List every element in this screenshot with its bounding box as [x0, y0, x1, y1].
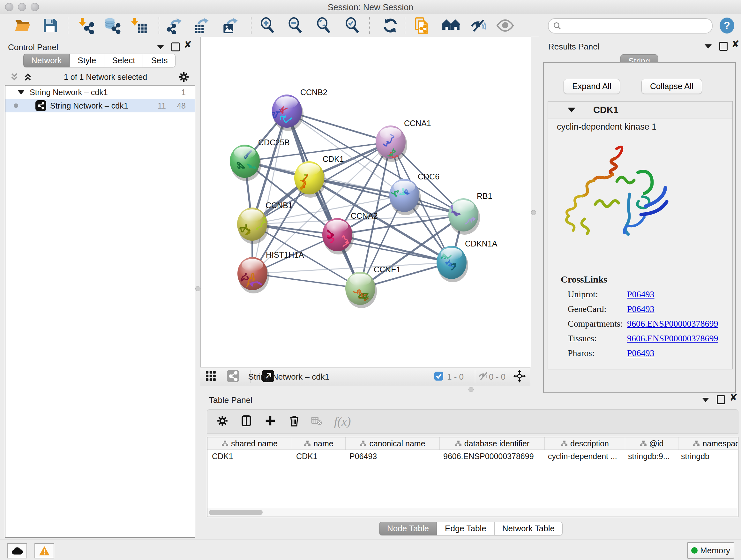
table-cell[interactable]: CDK1 [207, 450, 292, 462]
tab-network-table[interactable]: Network Table [494, 522, 562, 536]
open-session-button[interactable] [14, 17, 31, 35]
crosslink-pharos-link[interactable]: P06493 [627, 348, 655, 358]
node-label-CCNB2: CCNB2 [300, 88, 327, 97]
panel-float-icon[interactable] [719, 42, 728, 51]
table-cell[interactable]: 9606.ENSP00000378699 [439, 450, 543, 462]
export-network-button[interactable] [166, 17, 184, 35]
tab-sets[interactable]: Sets [143, 54, 176, 67]
network-node-CCNB2[interactable]: CCNB2 [272, 88, 327, 131]
table-cell[interactable]: stringdb [677, 450, 738, 462]
table-cell[interactable]: P06493 [345, 450, 439, 462]
left-splitter-handle[interactable] [195, 286, 200, 291]
table-row[interactable]: CDK1CDK1P064939606.ENSP00000378699cyclin… [207, 450, 738, 462]
tab-node-table[interactable]: Node Table [379, 522, 437, 536]
import-network-file-button[interactable] [77, 17, 95, 35]
cloud-status-button[interactable] [7, 543, 27, 558]
expand-all-chevron-icon[interactable] [23, 72, 33, 82]
toolbar-separator [68, 17, 68, 34]
column-header-sharedname[interactable]: shared name [207, 437, 292, 449]
memory-button[interactable]: Memory [687, 542, 734, 559]
network-node-CCNA1[interactable]: CCNA1 [376, 119, 431, 162]
table-settings-button[interactable] [216, 415, 228, 428]
network-node-CDKN1A[interactable]: CDKN1A [436, 239, 497, 282]
tab-network[interactable]: Network [23, 54, 70, 67]
tab-select[interactable]: Select [104, 54, 143, 67]
zoom-selected-button[interactable] [343, 17, 361, 35]
node-section-header[interactable]: CDK1 [548, 102, 732, 118]
tab-edge-table[interactable]: Edge Table [437, 522, 494, 536]
grid-view-button[interactable] [205, 371, 216, 383]
panel-close-icon[interactable]: ✘ [731, 41, 739, 48]
delete-column-button[interactable] [288, 415, 300, 428]
panel-menu-icon[interactable] [157, 45, 164, 49]
memory-label: Memory [700, 546, 730, 556]
panel-float-icon[interactable] [172, 43, 180, 51]
zoom-out-button[interactable] [286, 17, 304, 35]
scrollbar-thumb[interactable] [209, 510, 263, 515]
table-horizontal-scrollbar[interactable] [207, 508, 738, 516]
birds-eye-crosshair-icon[interactable] [513, 370, 526, 384]
export-image-button[interactable] [221, 17, 239, 35]
network-node-CDC25B[interactable]: CDC25B [230, 138, 290, 181]
first-neighbors-button[interactable] [442, 17, 460, 35]
table-cell[interactable]: cyclin-dependent ... [543, 450, 623, 462]
crosslink-genecard-link[interactable]: P06493 [627, 304, 655, 314]
tree-expander-icon[interactable] [17, 90, 24, 95]
duplicate-network-button[interactable] [413, 17, 431, 35]
collapse-all-button[interactable]: Collapse All [642, 79, 702, 94]
network-node-HIST1H1A[interactable]: HIST1H1A [238, 250, 304, 294]
selected-checkbox[interactable] [434, 372, 443, 382]
gear-icon[interactable] [178, 71, 190, 83]
section-collapse-icon[interactable] [568, 108, 576, 112]
share-view-button[interactable] [227, 370, 239, 383]
network-row[interactable]: String Network – cdk1 11 48 [5, 99, 195, 112]
network-node-CDK1[interactable]: CDK1 [294, 154, 344, 198]
panel-close-icon[interactable]: ✘ [184, 41, 192, 48]
gene-name: CDK1 [593, 105, 618, 115]
network-node-CDC6[interactable]: CDC6 [389, 172, 440, 215]
table-cell[interactable]: CDK1 [292, 450, 345, 462]
panel-close-icon[interactable]: ✘ [730, 394, 738, 401]
crosslink-compartments-link[interactable]: 9606.ENSP00000378699 [627, 319, 718, 328]
refresh-button[interactable] [381, 17, 399, 35]
column-header-id[interactable]: @id [625, 437, 678, 449]
hidden-eye-slash-icon[interactable] [478, 371, 489, 383]
panel-menu-icon[interactable] [704, 44, 712, 49]
network-collection-row[interactable]: String Network – cdk1 1 [5, 85, 195, 99]
column-header-databaseidentifier[interactable]: database identifier [440, 437, 545, 449]
crosslink-uniprot-link[interactable]: P06493 [627, 289, 655, 299]
table-toolbar: f(x) [207, 409, 738, 434]
import-table-button[interactable] [130, 17, 148, 35]
crosslink-tissues-link[interactable]: 9606.ENSP00000378699 [627, 333, 718, 343]
help-button[interactable]: ? [718, 17, 736, 35]
function-builder-button-disabled: f(x) [334, 415, 351, 428]
table-panel: Table Panel ✘ f(x) shared namenamecanoni… [204, 393, 741, 539]
show-columns-button[interactable] [240, 415, 253, 428]
tab-style[interactable]: Style [70, 54, 104, 67]
column-header-canonicalname[interactable]: canonical name [346, 437, 440, 449]
network-canvas[interactable]: CCNB2CCNA1CDC25BCDK1CDC6RB1CCNB1CCNA2CDK… [200, 37, 531, 367]
search-input[interactable] [561, 21, 697, 31]
panel-menu-icon[interactable] [702, 398, 709, 402]
node-label-CDK1: CDK1 [323, 154, 344, 164]
add-column-button[interactable] [264, 415, 276, 428]
network-node-RB1[interactable]: RB1 [446, 192, 492, 235]
column-header-name[interactable]: name [292, 437, 346, 449]
hide-selected-button[interactable] [470, 17, 488, 35]
column-header-namespace[interactable]: namespace [678, 437, 738, 449]
warning-status-button[interactable] [35, 543, 54, 558]
export-table-button[interactable] [193, 17, 211, 35]
import-network-database-button[interactable] [104, 17, 121, 35]
right-splitter-handle[interactable] [531, 210, 536, 215]
collapse-all-chevron-icon[interactable] [9, 72, 19, 82]
expand-all-button[interactable]: Expand All [563, 79, 620, 94]
column-header-description[interactable]: description [545, 437, 625, 449]
table-cell[interactable]: stringdb:9... [623, 450, 677, 462]
panel-float-icon[interactable] [717, 395, 725, 404]
horizontal-splitter-handle[interactable] [468, 387, 474, 392]
zoom-fit-button[interactable] [315, 17, 333, 35]
zoom-in-button[interactable] [259, 17, 276, 35]
show-all-button[interactable] [496, 17, 514, 35]
network-graph[interactable]: CCNB2CCNA1CDC25BCDK1CDC6RB1CCNB1CCNA2CDK… [201, 37, 531, 367]
save-session-button[interactable] [42, 17, 59, 35]
